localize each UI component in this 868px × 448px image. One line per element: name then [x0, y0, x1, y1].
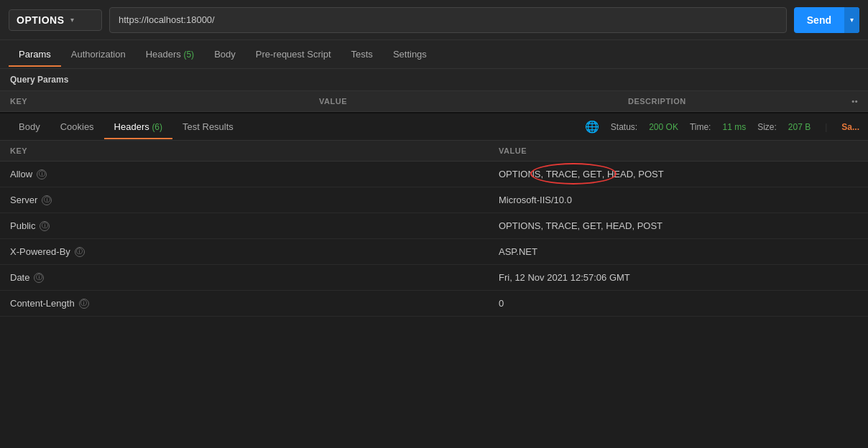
- size-label: Size:: [757, 122, 777, 132]
- response-tabs: Body Cookies Headers (6) Test Results 🌐 …: [0, 112, 868, 141]
- tab-tests[interactable]: Tests: [341, 42, 383, 67]
- tab-params[interactable]: Params: [9, 42, 61, 67]
- dots-column-header: ••: [836, 97, 858, 106]
- send-button[interactable]: Send ▾: [794, 7, 859, 33]
- status-label: Status:: [611, 122, 637, 132]
- resp-value-xpoweredby: ASP.NET: [499, 246, 858, 257]
- response-headers-table-header: KEY VALUE: [0, 141, 868, 162]
- tab-headers[interactable]: Headers (5): [136, 42, 204, 67]
- query-params-header: KEY VALUE DESCRIPTION ••: [0, 91, 868, 112]
- time-value: 11 ms: [722, 122, 746, 132]
- tab-test-results[interactable]: Test Results: [172, 114, 244, 139]
- tab-response-body[interactable]: Body: [9, 114, 50, 139]
- size-value: 207 B: [788, 122, 811, 132]
- resp-key-server: Server ⓘ: [10, 195, 499, 205]
- value-column-header: VALUE: [319, 97, 628, 106]
- resp-value-allow: OPTIONS, TRACE, GET, HEAD, POST: [499, 169, 858, 179]
- tab-authorization[interactable]: Authorization: [61, 42, 136, 67]
- resp-key-header: KEY: [10, 146, 499, 155]
- desc-column-header: DESCRIPTION: [628, 97, 836, 106]
- top-bar: OPTIONS ▾ Send ▾: [0, 0, 868, 40]
- time-label: Time:: [690, 122, 711, 132]
- info-icon[interactable]: ⓘ: [42, 195, 52, 205]
- tab-response-cookies[interactable]: Cookies: [50, 114, 104, 139]
- status-value: 200 OK: [649, 122, 678, 132]
- globe-icon: 🌐: [585, 120, 599, 134]
- info-icon[interactable]: ⓘ: [37, 169, 47, 179]
- table-row: Date ⓘ Fri, 12 Nov 2021 12:57:06 GMT: [0, 265, 868, 291]
- tab-settings[interactable]: Settings: [383, 42, 437, 67]
- send-label: Send: [794, 14, 844, 26]
- info-icon[interactable]: ⓘ: [34, 273, 44, 283]
- method-label: OPTIONS: [17, 14, 65, 26]
- table-row: Server ⓘ Microsoft-IIS/10.0: [0, 187, 868, 213]
- headers-badge: (5): [183, 50, 194, 60]
- resp-value-date: Fri, 12 Nov 2021 12:57:06 GMT: [499, 272, 858, 283]
- table-row: X-Powered-By ⓘ ASP.NET: [0, 239, 868, 265]
- request-tabs: Params Authorization Headers (5) Body Pr…: [0, 40, 868, 69]
- tab-prerequest[interactable]: Pre-request Script: [246, 42, 341, 67]
- resp-value-contentlength: 0: [499, 298, 858, 309]
- tab-body[interactable]: Body: [204, 42, 246, 67]
- chevron-down-icon: ▾: [70, 16, 74, 24]
- resp-key-xpoweredby: X-Powered-By ⓘ: [10, 246, 499, 257]
- response-headers-table: Allow ⓘ OPTIONS, TRACE, GET, HEAD, POST …: [0, 162, 868, 317]
- highlight-trace-get: TRACE, GET: [546, 169, 602, 179]
- method-selector[interactable]: OPTIONS ▾: [9, 9, 102, 31]
- save-button[interactable]: Sa...: [841, 122, 859, 132]
- info-icon[interactable]: ⓘ: [75, 247, 85, 257]
- send-arrow-icon[interactable]: ▾: [844, 7, 859, 33]
- resp-value-server: Microsoft-IIS/10.0: [499, 195, 858, 205]
- tab-response-headers[interactable]: Headers (6): [104, 114, 172, 139]
- table-row: Public ⓘ OPTIONS, TRACE, GET, HEAD, POST: [0, 213, 868, 239]
- resp-value-header: VALUE: [499, 146, 858, 155]
- response-headers-badge: (6): [152, 122, 162, 132]
- resp-key-date: Date ⓘ: [10, 272, 499, 283]
- resp-key-contentlength: Content-Length ⓘ: [10, 298, 499, 309]
- resp-value-public: OPTIONS, TRACE, GET, HEAD, POST: [499, 220, 858, 231]
- key-column-header: KEY: [10, 97, 319, 106]
- url-input[interactable]: [109, 7, 787, 33]
- table-row: Content-Length ⓘ 0: [0, 291, 868, 317]
- info-icon[interactable]: ⓘ: [40, 221, 50, 231]
- resp-key-allow: Allow ⓘ: [10, 169, 499, 179]
- response-status-bar: 🌐 Status: 200 OK Time: 11 ms Size: 207 B…: [585, 120, 859, 134]
- table-row: Allow ⓘ OPTIONS, TRACE, GET, HEAD, POST: [0, 162, 868, 187]
- info-icon[interactable]: ⓘ: [79, 299, 89, 309]
- query-params-label: Query Params: [0, 69, 868, 91]
- resp-key-public: Public ⓘ: [10, 220, 499, 231]
